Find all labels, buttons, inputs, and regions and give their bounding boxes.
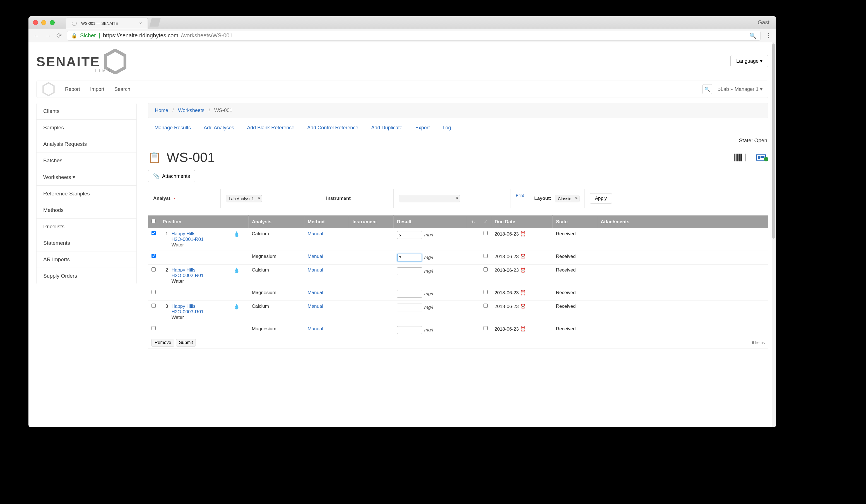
sidebar-item[interactable]: Batches	[36, 152, 136, 169]
svg-rect-2	[734, 153, 735, 161]
nav-import[interactable]: Import	[90, 87, 104, 92]
verify-checkbox[interactable]	[484, 267, 488, 272]
language-button[interactable]: Language ▾	[730, 55, 768, 67]
row-checkbox[interactable]	[152, 254, 156, 258]
tab-add-duplicate[interactable]: Add Duplicate	[371, 125, 402, 131]
col-method[interactable]: Method	[304, 216, 349, 228]
row-checkbox[interactable]	[152, 290, 156, 294]
verify-checkbox[interactable]	[484, 290, 488, 294]
browser-tab[interactable]: WS-001 — SENAITE ×	[66, 18, 148, 29]
col-verify[interactable]	[480, 216, 491, 228]
site-header: SENAITE LIMS Language ▾	[29, 42, 776, 76]
result-input[interactable]	[397, 290, 422, 298]
col-result[interactable]: Result	[394, 216, 466, 228]
print-link[interactable]: Print	[511, 189, 529, 208]
sidebar-item[interactable]: Analysis Requests	[36, 136, 136, 152]
ar-link[interactable]: H2O-0003-R01	[171, 309, 204, 314]
user-menu[interactable]: »Lab » Manager 1 ▾	[718, 86, 763, 92]
method-link[interactable]: Manual	[308, 267, 323, 273]
sidebar-item[interactable]: Clients	[36, 103, 136, 119]
result-input[interactable]	[397, 254, 422, 262]
result-input[interactable]	[397, 231, 422, 239]
method-link[interactable]: Manual	[308, 303, 323, 309]
close-tab-icon[interactable]: ×	[139, 21, 142, 26]
verify-checkbox[interactable]	[484, 254, 488, 258]
sidebar-item[interactable]: Supply Orders	[36, 268, 136, 284]
sidebar-item[interactable]: Statements	[36, 235, 136, 251]
col-instrument[interactable]: Instrument	[349, 216, 394, 228]
profile-label[interactable]: Gast	[758, 19, 769, 26]
url-input[interactable]: 🔒 Sicher | https://senaite.ridingbytes.c…	[67, 31, 760, 41]
new-tab-button[interactable]	[149, 19, 161, 27]
barcode-icon[interactable]	[734, 152, 746, 162]
tab-add-blank-reference[interactable]: Add Blank Reference	[247, 125, 295, 131]
hexagon-icon[interactable]	[42, 82, 55, 96]
tab-export[interactable]: Export	[415, 125, 430, 131]
row-checkbox[interactable]	[152, 231, 156, 235]
analysis-cell: Calcium	[248, 265, 304, 287]
nav-report[interactable]: Report	[65, 87, 80, 92]
apply-button[interactable]: Apply	[590, 193, 612, 204]
close-window-icon[interactable]	[33, 20, 38, 25]
breadcrumb-worksheets[interactable]: Worksheets	[178, 107, 204, 113]
col-interim[interactable]: +-	[466, 216, 480, 228]
sidebar-item[interactable]: Reference Samples	[36, 186, 136, 202]
select-all-checkbox[interactable]	[152, 219, 156, 223]
analyst-select[interactable]: Lab Analyst 1	[226, 195, 262, 202]
browser-menu-icon[interactable]: ⋮	[766, 32, 772, 39]
sidebar-item[interactable]: AR Imports	[36, 251, 136, 268]
back-button[interactable]: ←	[33, 32, 40, 39]
verify-checkbox[interactable]	[484, 303, 488, 308]
breadcrumb-home[interactable]: Home	[155, 107, 168, 113]
sticker-icon[interactable]	[756, 152, 768, 162]
col-position[interactable]: Position	[159, 216, 248, 228]
remove-button[interactable]: Remove	[152, 339, 174, 346]
result-input[interactable]	[397, 267, 422, 275]
col-due[interactable]: Due Date	[491, 216, 553, 228]
search-button[interactable]: 🔍	[702, 84, 712, 94]
verify-checkbox[interactable]	[484, 326, 488, 330]
tab-log[interactable]: Log	[443, 125, 451, 131]
sidebar-item[interactable]: Methods	[36, 202, 136, 219]
col-state[interactable]: State	[553, 216, 597, 228]
instrument-cell	[349, 323, 394, 337]
attachments-cell	[597, 251, 768, 265]
tab-add-analyses[interactable]: Add Analyses	[204, 125, 234, 131]
sidebar-item[interactable]: Samples	[36, 119, 136, 136]
nav-search[interactable]: Search	[114, 87, 130, 92]
verify-checkbox[interactable]	[484, 231, 488, 235]
method-link[interactable]: Manual	[308, 231, 323, 237]
client-link[interactable]: Happy Hills	[171, 303, 196, 309]
sidebar-item[interactable]: Worksheets ▾	[36, 169, 136, 186]
minimize-window-icon[interactable]	[41, 20, 46, 25]
maximize-window-icon[interactable]	[50, 20, 55, 25]
logo[interactable]: SENAITE	[36, 49, 126, 74]
submit-button[interactable]: Submit	[176, 339, 196, 346]
instrument-label: Instrument	[326, 196, 351, 201]
method-link[interactable]: Manual	[308, 290, 323, 295]
layout-select[interactable]: Classic	[555, 195, 579, 202]
tab-manage-results[interactable]: Manage Results	[155, 125, 191, 131]
scrollbar[interactable]	[772, 42, 776, 427]
ar-link[interactable]: H2O-0001-R01	[171, 237, 204, 242]
method-link[interactable]: Manual	[308, 326, 323, 331]
client-link[interactable]: Happy Hills	[171, 231, 196, 237]
col-analysis[interactable]: Analysis	[248, 216, 304, 228]
row-checkbox[interactable]	[152, 267, 156, 272]
ar-link[interactable]: H2O-0002-R01	[171, 273, 204, 278]
row-checkbox[interactable]	[152, 326, 156, 330]
result-input[interactable]	[397, 326, 422, 334]
due-date: 2018-06-23	[495, 254, 519, 259]
result-input[interactable]	[397, 303, 422, 311]
search-in-page-icon[interactable]: 🔍	[750, 32, 756, 39]
sidebar-item[interactable]: Pricelists	[36, 219, 136, 235]
secure-label: Sicher	[80, 32, 96, 39]
client-link[interactable]: Happy Hills	[171, 267, 196, 273]
row-checkbox[interactable]	[152, 303, 156, 308]
instrument-select[interactable]	[399, 195, 460, 202]
attachments-button[interactable]: 📎 Attachments	[148, 170, 195, 182]
method-link[interactable]: Manual	[308, 254, 323, 259]
reload-button[interactable]: ⟳	[56, 32, 62, 39]
col-attachments[interactable]: Attachments	[597, 216, 768, 228]
tab-add-control-reference[interactable]: Add Control Reference	[307, 125, 358, 131]
